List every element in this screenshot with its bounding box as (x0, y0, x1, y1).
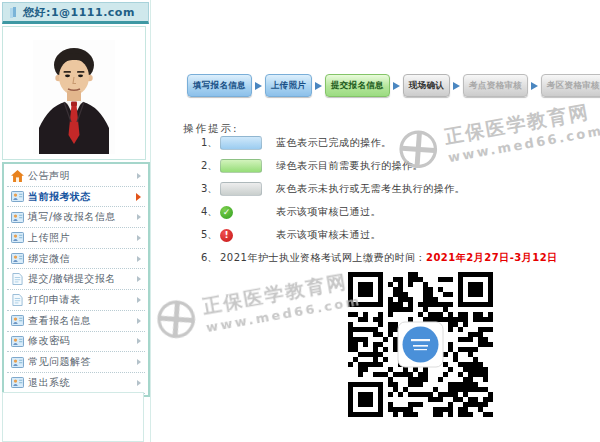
applicant-photo (33, 40, 115, 154)
sidebar-item-label: 退出系统 (28, 376, 137, 390)
tips-list: 1、蓝色表示已完成的操作。2、绿色表示目前需要执行的操作。3、灰色表示未执行或无… (201, 136, 558, 275)
tip-text: 2021年护士执业资格考试网上缴费的时间：2021年2月27日-3月12日 (220, 251, 558, 265)
bullet-bars-icon (13, 7, 16, 17)
tip-number: 6、 (201, 251, 220, 265)
sidebar-item-10[interactable]: 退出系统 (7, 373, 145, 394)
med66-logo-icon (152, 295, 201, 344)
wechat-qr-code (348, 272, 493, 417)
chevron-right-icon (137, 359, 141, 365)
tip-row-1: 1、蓝色表示已完成的操作。 (201, 136, 558, 149)
id-card-icon (9, 232, 25, 243)
document-icon (9, 273, 25, 285)
chevron-right-icon (137, 380, 141, 386)
id-card-icon (9, 315, 25, 326)
sidebar-item-label: 常见问题解答 (28, 355, 137, 369)
step-3: 现场确认 (403, 74, 450, 97)
sidebar-item-7[interactable]: 查看报名信息 (7, 311, 145, 332)
greeting-text: 您好:1@1111.com (23, 5, 135, 20)
gray-swatch (220, 182, 262, 196)
tip-row-4: 4、✓表示该项审核已通过。 (201, 206, 558, 219)
id-card-icon (9, 336, 25, 347)
sidebar-item-label: 提交/撤销提交报名 (28, 272, 137, 286)
sidebar-item-label: 公告声明 (28, 169, 137, 183)
tip-text: 蓝色表示已完成的操作。 (276, 136, 392, 150)
payment-dates: 2021年2月27日-3月12日 (426, 252, 558, 263)
step-arrow-icon (531, 82, 538, 90)
sidebar-item-label: 上传照片 (28, 231, 137, 245)
document-icon (9, 294, 25, 306)
sidebar-item-9[interactable]: 常见问题解答 (7, 352, 145, 373)
chevron-right-icon (137, 173, 141, 179)
house-icon (9, 170, 25, 182)
sidebar-item-8[interactable]: 修改密码 (7, 332, 145, 353)
tip-row-3: 3、灰色表示未执行或无需考生执行的操作。 (201, 182, 558, 195)
tip-text: 灰色表示未执行或无需考生执行的操作。 (276, 182, 465, 196)
tip-number: 5、 (201, 228, 220, 242)
nurse-exam-registration-page: 您好:1@1111.com (0, 0, 600, 442)
alert-icon: ! (220, 229, 233, 242)
tips-title: 操作提示: (183, 122, 239, 136)
chevron-right-icon (137, 297, 141, 303)
step-1: 上传照片 (265, 74, 312, 97)
tip-number: 1、 (201, 136, 220, 150)
tip-row-6: 6、2021年护士执业资格考试网上缴费的时间：2021年2月27日-3月12日 (201, 252, 558, 265)
chevron-right-icon (137, 235, 141, 241)
step-arrow-icon (393, 82, 400, 90)
step-5: 考区资格审核 (541, 74, 600, 97)
sidebar-item-0[interactable]: 公告声明 (7, 166, 145, 187)
progress-steps: 填写报名信息上传照片提交报名信息现场确认考点资格审核考区资格审核 (187, 74, 600, 97)
id-card-icon (9, 357, 25, 368)
tip-number: 3、 (201, 182, 220, 196)
chevron-right-icon (137, 318, 141, 324)
tip-row-5: 5、!表示该项审核未通过。 (201, 229, 558, 242)
sidebar-item-4[interactable]: 绑定微信 (7, 249, 145, 270)
sidebar-item-label: 查看报名信息 (28, 314, 137, 328)
step-4: 考点资格审核 (463, 74, 528, 97)
watermark-url: www.med66.com (205, 292, 363, 334)
sidebar-item-5[interactable]: 提交/撤销提交报名 (7, 269, 145, 290)
sidebar-item-label: 当前报考状态 (28, 190, 136, 204)
step-2: 提交报名信息 (325, 74, 390, 97)
greeting-bar: 您好:1@1111.com (2, 2, 149, 24)
id-card-icon (9, 253, 25, 264)
sidebar-item-1[interactable]: 当前报考状态 (7, 187, 145, 208)
step-arrow-icon (453, 82, 460, 90)
photo-panel (2, 26, 146, 160)
left-column: 您好:1@1111.com (0, 0, 151, 442)
tip-text: 表示该项审核已通过。 (276, 205, 381, 219)
chevron-right-icon (136, 193, 141, 201)
tip-text: 绿色表示目前需要执行的操作。 (276, 159, 423, 173)
check-icon: ✓ (220, 206, 233, 219)
step-arrow-icon (255, 82, 262, 90)
sidebar-footer-panel (2, 392, 144, 442)
step-0: 填写报名信息 (187, 74, 252, 97)
chevron-right-icon (137, 276, 141, 282)
chevron-right-icon (137, 214, 141, 220)
tip-number: 2、 (201, 159, 220, 173)
chevron-right-icon (137, 256, 141, 262)
chevron-right-icon (137, 338, 141, 344)
tip-row-2: 2、绿色表示目前需要执行的操作。 (201, 159, 558, 172)
sidebar-menu: 公告声明当前报考状态填写/修改报名信息上传照片绑定微信提交/撤销提交报名打印申请… (2, 162, 150, 397)
green-swatch (220, 159, 262, 173)
sidebar-item-label: 修改密码 (28, 334, 137, 348)
sidebar-item-label: 填写/修改报名信息 (28, 210, 137, 224)
id-card-icon (9, 212, 25, 223)
id-card-icon (9, 191, 25, 202)
sidebar-item-3[interactable]: 上传照片 (7, 228, 145, 249)
step-arrow-icon (315, 82, 322, 90)
sidebar-item-2[interactable]: 填写/修改报名信息 (7, 207, 145, 228)
sidebar-item-label: 绑定微信 (28, 252, 137, 266)
blue-swatch (220, 136, 262, 150)
sidebar-item-label: 打印申请表 (28, 293, 137, 307)
tip-text: 表示该项审核未通过。 (276, 228, 381, 242)
watermark: 正保医学教育网 www.med66.com (152, 266, 363, 343)
id-card-icon (9, 377, 25, 388)
sidebar-item-6[interactable]: 打印申请表 (7, 290, 145, 311)
tip-number: 4、 (201, 205, 220, 219)
